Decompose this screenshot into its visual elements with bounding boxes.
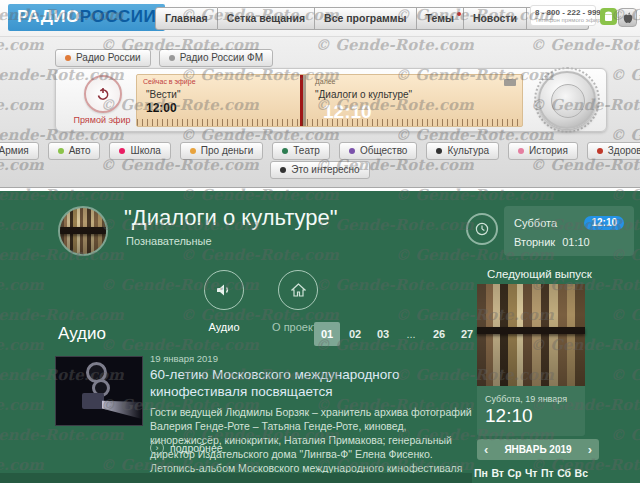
phone-box: 8 - 800 - 222 - 999 - 2 Телефон прямого …: [530, 5, 596, 26]
projector-beam: [102, 393, 142, 419]
schedule-time: 01:10: [562, 236, 590, 248]
broadcast-timeline[interactable]: Сейчас в эфире "Вести" 12:00 Далее "Диал…: [136, 74, 523, 127]
tag-dot: [190, 148, 196, 154]
category-tags-row2: Это интересно: [0, 161, 640, 179]
category-tag[interactable]: Культура: [426, 142, 499, 160]
article-date: 19 января 2019: [150, 353, 472, 364]
pagination-ellipsis: ...: [398, 322, 424, 346]
site-logo[interactable]: РАДИОРОССИИ: [8, 4, 165, 31]
clock-icon: [466, 213, 498, 245]
apple-app-icon[interactable]: [618, 8, 637, 27]
phone-caption: Телефон прямого эфира: [535, 17, 591, 23]
category-tag-label: Общество: [360, 145, 408, 156]
station-tab-label: Радио России ФМ: [180, 52, 263, 63]
phone-number: 8 - 800 - 222 - 999 - 2: [535, 8, 591, 17]
timeline-badge: [504, 79, 516, 86]
category-tag-label: Про деньги: [201, 145, 253, 156]
volume-knob[interactable]: [538, 71, 596, 129]
tag-dot: [436, 148, 442, 154]
next-issue-image: [477, 284, 585, 386]
station-tab[interactable]: Радио России ФМ: [159, 49, 273, 67]
calendar-next-icon[interactable]: ›: [588, 443, 592, 456]
article: 19 января 2019 60-летию Московского межд…: [150, 353, 472, 483]
player-panel: Прямой эфир Сейчас в эфире "Вести" 12:00…: [55, 68, 607, 132]
tab-audio-label: Аудио: [184, 321, 264, 333]
speaker-icon: [204, 270, 244, 310]
audio-heading: Аудио: [58, 324, 106, 344]
category-tag[interactable]: История: [508, 142, 578, 160]
tag-dot: [169, 55, 175, 61]
pagination-page[interactable]: 02: [342, 322, 368, 346]
category-tag[interactable]: Здоровье: [587, 142, 640, 160]
pagination: 010203...2627: [314, 322, 480, 346]
now-program-time: 12:00: [146, 101, 177, 115]
category-tag[interactable]: Это интересно: [270, 161, 369, 179]
calendar-day-name: Чт: [525, 467, 538, 479]
android-app-icon[interactable]: [600, 8, 617, 25]
schedule-row: Суббота12:10: [514, 216, 624, 230]
timeline-ruler: [137, 119, 522, 126]
schedule-day: Вторник: [514, 236, 555, 248]
nav-item-label: Темы: [426, 12, 454, 24]
article-thumbnail[interactable]: [55, 356, 143, 426]
tag-dot: [65, 55, 71, 61]
calendar-day-name: Пн: [474, 467, 488, 479]
category-tag[interactable]: Театр: [272, 142, 330, 160]
nav-item[interactable]: Все программы: [315, 7, 416, 30]
calendar-day-name: Вс: [575, 467, 588, 479]
next-issue-heading: Следующий выпуск: [487, 268, 592, 280]
top-bar: РАДИОРОССИИ ГлавнаяСетка вещанияВсе прог…: [0, 0, 640, 37]
nav-item[interactable]: Темы: [417, 7, 464, 30]
read-more-link[interactable]: › подробнее: [150, 441, 223, 455]
next-caption: Далее: [315, 78, 336, 85]
next-program-title: "Диалоги о культуре": [315, 89, 412, 100]
schedule-row: Вторник01:10: [514, 236, 624, 248]
nav-item-label: Новости: [473, 12, 517, 24]
live-label: Прямой эфир: [60, 115, 144, 125]
category-tag[interactable]: Авто: [48, 142, 101, 160]
volume-knob-dial: [538, 71, 596, 129]
category-tag-label: Культура: [447, 145, 489, 156]
category-tag[interactable]: Армия: [0, 142, 39, 160]
article-title[interactable]: 60-летию Московского международного кино…: [150, 367, 472, 401]
category-tag-label: Театр: [293, 145, 320, 156]
next-issue-panel: Суббота, 19 января 12:10: [477, 284, 585, 436]
category-tag-label: Армия: [0, 145, 29, 156]
nav-item-label: Все программы: [324, 12, 406, 24]
category-tag[interactable]: Школа: [109, 142, 170, 160]
read-more-label: подробнее: [170, 442, 223, 454]
nav-item[interactable]: Сетка вещания: [218, 7, 315, 30]
pagination-page[interactable]: 01: [314, 322, 340, 346]
next-issue-time: 12:10: [485, 405, 577, 427]
category-tags-row1: АрмияАвтоШколаПро деньгиТеатрОбществоКул…: [0, 142, 640, 160]
live-power-button[interactable]: [84, 75, 122, 113]
calendar-day-name: Вт: [491, 467, 504, 479]
schedule-day: Суббота: [514, 217, 557, 229]
nav-item-label: Сетка вещания: [227, 12, 305, 24]
schedule-time: 12:10: [584, 216, 624, 230]
projector-body: [82, 393, 104, 409]
tag-dot: [518, 148, 524, 154]
calendar-prev-icon[interactable]: ‹: [484, 443, 488, 456]
station-tab-label: Радио России: [76, 52, 141, 63]
calendar-day-name: Пт: [541, 467, 554, 479]
pagination-page[interactable]: 26: [426, 322, 452, 346]
nav-item-label: Главная: [165, 12, 208, 24]
home-icon: [278, 270, 318, 310]
more-arrow-icon: ›: [150, 441, 164, 455]
station-tab[interactable]: Радио России: [55, 49, 151, 67]
category-tag[interactable]: Про деньги: [180, 142, 263, 160]
pagination-page[interactable]: 03: [370, 322, 396, 346]
category-tag[interactable]: Общество: [339, 142, 418, 160]
next-issue-date: Суббота, 19 января: [485, 394, 577, 404]
nav-item[interactable]: Новости: [464, 7, 527, 30]
footer-strip: [0, 473, 472, 483]
tab-audio[interactable]: Аудио: [184, 270, 264, 333]
category-tag-label: Авто: [69, 145, 91, 156]
calendar-month-label: ЯНВАРЬ 2019: [504, 444, 571, 455]
tag-dot: [282, 148, 288, 154]
notification-dot: [457, 12, 461, 16]
program-subtitle: Познавательные: [126, 235, 212, 247]
nav-item[interactable]: Главная: [155, 7, 218, 30]
tag-dot: [119, 148, 125, 154]
